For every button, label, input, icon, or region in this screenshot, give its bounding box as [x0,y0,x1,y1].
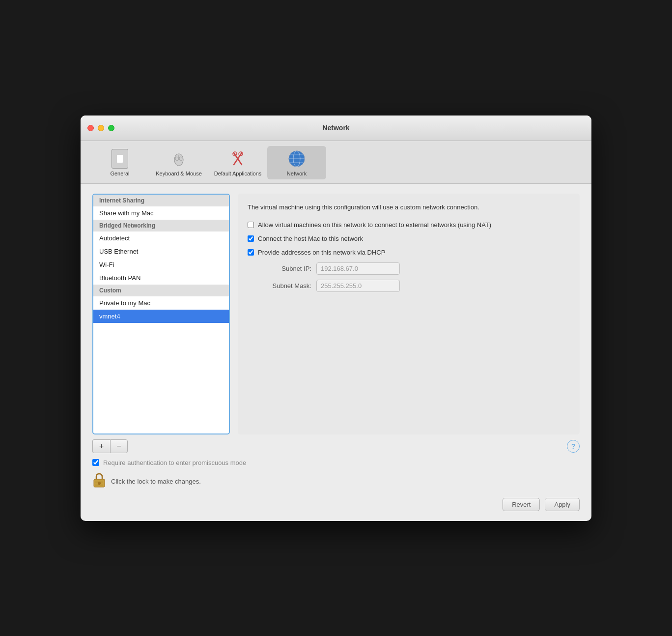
allow-nat-label: Allow virtual machines on this network t… [258,221,491,230]
detail-description: The virtual machine using this configura… [248,202,570,212]
provide-dhcp-checkbox[interactable] [248,249,254,256]
lock-icon[interactable] [92,472,106,491]
sidebar-item-bluetooth-pan[interactable]: Bluetooth PAN [93,271,229,285]
sidebar-header-internet-sharing: Internet Sharing [93,195,229,206]
traffic-lights [87,125,114,131]
sidebar-item-autodetect[interactable]: Autodetect [93,231,229,245]
default-apps-icon [228,149,248,169]
content-area: Internet Sharing Share with my Mac Bridg… [81,184,591,521]
add-network-button[interactable]: + [92,439,110,453]
maximize-button[interactable] [108,125,114,131]
sidebar-header-bridged-networking: Bridged Networking [93,220,229,231]
tab-default-apps-label: Default Applications [214,171,262,176]
apply-button[interactable]: Apply [545,498,580,511]
keyboard-mouse-icon [169,149,189,169]
title-bar: Network [81,116,591,141]
bottom-bar: + − ? [92,439,580,453]
sidebar-item-share-with-mac[interactable]: Share with my Mac [93,206,229,220]
subnet-ip-row: Subnet IP: [257,262,570,275]
sidebar-header-custom: Custom [93,285,229,296]
subnet-mask-row: Subnet Mask: [257,280,570,292]
lock-row: Click the lock to make changes. [92,472,580,491]
provide-dhcp-row: Provide addresses on this network via DH… [248,248,570,257]
subnet-ip-label: Subnet IP: [257,265,311,272]
tab-general[interactable]: General [90,146,149,179]
main-window: Network General Keyboard & Mouse [81,116,591,521]
main-layout: Internet Sharing Share with my Mac Bridg… [92,194,580,434]
action-buttons: Revert Apply [92,498,580,511]
subnet-ip-input[interactable] [316,262,400,275]
help-button[interactable]: ? [567,440,580,453]
auth-row: Require authentication to enter promiscu… [92,459,580,466]
auth-label: Require authentication to enter promiscu… [103,459,246,466]
tab-general-label: General [110,171,129,176]
sidebar-item-vmnet4[interactable]: vmnet4 [93,310,229,323]
connect-host-label: Connect the host Mac to this network [258,234,363,243]
sidebar-item-wifi[interactable]: Wi-Fi [93,258,229,271]
subnet-mask-input[interactable] [316,280,400,292]
sidebar-item-usb-ethernet[interactable]: USB Ethernet [93,245,229,258]
general-icon [110,149,130,169]
lock-label: Click the lock to make changes. [111,478,201,485]
toolbar: General Keyboard & Mouse [81,141,591,184]
remove-network-button[interactable]: − [110,439,128,453]
add-remove-buttons: + − [92,439,128,453]
tab-keyboard-mouse-label: Keyboard & Mouse [156,171,202,176]
subnet-mask-label: Subnet Mask: [257,282,311,289]
tab-network[interactable]: Network [267,146,326,179]
connect-host-checkbox[interactable] [248,235,254,242]
minimize-button[interactable] [98,125,104,131]
close-button[interactable] [87,125,94,131]
sidebar-item-private-to-my-mac[interactable]: Private to my Mac [93,296,229,310]
sidebar: Internet Sharing Share with my Mac Bridg… [92,194,230,434]
detail-panel: The virtual machine using this configura… [238,194,580,434]
tab-network-label: Network [287,171,307,176]
auth-checkbox[interactable] [92,459,99,466]
allow-nat-row: Allow virtual machines on this network t… [248,221,570,230]
tab-default-applications[interactable]: Default Applications [208,146,267,179]
network-icon [287,149,307,169]
revert-button[interactable]: Revert [503,498,540,511]
tab-keyboard-mouse[interactable]: Keyboard & Mouse [149,146,208,179]
provide-dhcp-label: Provide addresses on this network via DH… [258,248,385,257]
allow-nat-checkbox[interactable] [248,222,254,228]
connect-host-row: Connect the host Mac to this network [248,234,570,243]
window-title: Network [322,124,349,132]
